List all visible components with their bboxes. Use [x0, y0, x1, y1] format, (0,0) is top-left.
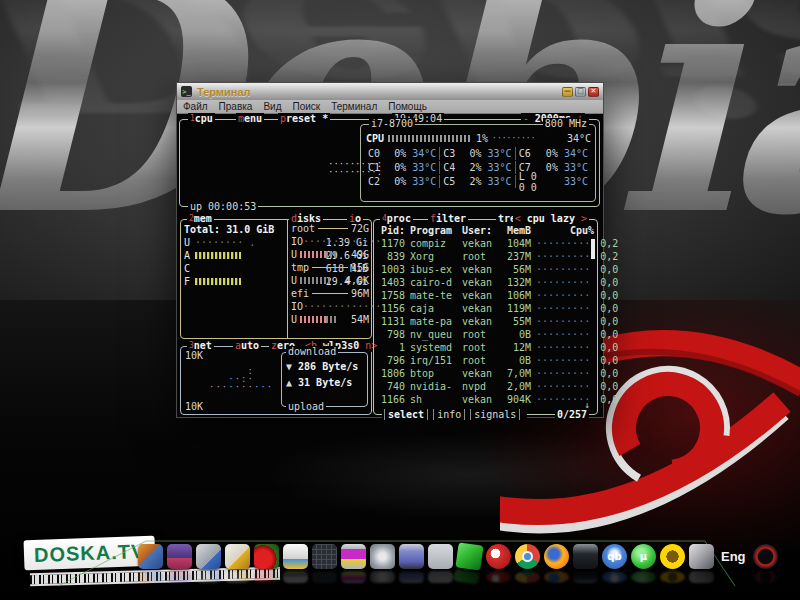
process-row[interactable]: 798nv_queuroot0B·········0,0: [374, 328, 597, 341]
process-user: vekan: [462, 290, 495, 301]
net-auto-toggle[interactable]: auto: [233, 340, 261, 352]
menu-item-4[interactable]: Терминал: [331, 101, 377, 112]
process-mem: 132M: [500, 277, 531, 288]
filter-button[interactable]: filter: [428, 213, 468, 225]
disk-rule: [318, 228, 348, 229]
volume-speaker-icon[interactable]: [689, 544, 714, 569]
cpu-tab[interactable]: 1cpu: [188, 113, 215, 125]
red-bird-browser-icon[interactable]: [486, 544, 511, 569]
preset-button[interactable]: preset *: [278, 113, 330, 125]
process-pid: 1003: [377, 264, 405, 275]
process-user: vekan: [462, 264, 495, 275]
disk-name-row: tmp15G: [288, 261, 372, 274]
emerald-gem-icon[interactable]: [455, 542, 483, 570]
core-temp: 33°C: [412, 176, 436, 187]
process-row[interactable]: 1758mate-tevekan106M·········0,0: [374, 289, 597, 302]
cpu-frequency: 800 MHz: [543, 118, 589, 130]
safe-vault-icon[interactable]: [370, 544, 395, 569]
display-settings-icon[interactable]: [341, 544, 366, 569]
chrome-browser-icon[interactable]: [515, 544, 540, 569]
session-ring-icon[interactable]: [753, 544, 778, 569]
maximize-button[interactable]: □: [575, 87, 586, 97]
core-temp: 33°C: [412, 162, 436, 173]
disks-column: root72GIO ··············U49Gtmp15GU4,0Ke…: [287, 220, 372, 338]
menu-item-1[interactable]: Правка: [219, 101, 253, 112]
library-books-icon[interactable]: [138, 544, 163, 569]
cleaner-brush-icon[interactable]: [225, 544, 250, 569]
window-menubar: ФайлПравкаВидПоискТерминалПомощь: [177, 100, 603, 114]
process-user: vekan: [462, 303, 495, 314]
disk-used-label: U: [291, 314, 297, 325]
firefox-browser-icon[interactable]: [544, 544, 569, 569]
process-row[interactable]: 1156cajavekan119M·········0,0: [374, 302, 597, 315]
qbittorrent-icon[interactable]: qb: [602, 544, 627, 569]
process-row[interactable]: 1806btopvekan7,0M·········0,0: [374, 367, 597, 380]
browser-folder-icon[interactable]: [283, 544, 308, 569]
system-monitor-icon[interactable]: [399, 544, 424, 569]
language-indicator[interactable]: Eng: [721, 549, 746, 564]
core-name: C0: [368, 148, 394, 159]
process-pid: 1806: [377, 368, 405, 379]
calculator-icon[interactable]: [312, 544, 337, 569]
process-graph-dots: ·········: [536, 381, 590, 392]
process-row[interactable]: 1003ibus-exvekan56M·········0,0: [374, 263, 597, 276]
process-cpu: 0,0: [595, 277, 618, 288]
terminal-window: >_ Терминал — □ ✕ ФайлПравкаВидПоискТерм…: [176, 82, 604, 418]
mem-row-key: U: [184, 237, 195, 248]
menu-item-2[interactable]: Вид: [263, 101, 281, 112]
process-mem: 7,0M: [500, 368, 531, 379]
disk-name: root: [291, 223, 315, 234]
core-temp: 33°C: [488, 148, 512, 159]
disk-used-value: 54M: [351, 314, 369, 325]
info-button[interactable]: info: [433, 409, 465, 420]
process-row[interactable]: 1170compizvekan104M·········0,2: [374, 237, 597, 250]
menu-item-3[interactable]: Поиск: [292, 101, 320, 112]
cpu-detail-box: i7-8700 800 MHz CPU 1% ········· 34°C C0…: [360, 124, 596, 202]
control-panel-icon[interactable]: [428, 544, 453, 569]
package-shield-icon[interactable]: [196, 544, 221, 569]
watermark-sticker: DOSKA.TV: [24, 536, 156, 571]
core-cell: C20%33°C: [365, 175, 440, 188]
mem-tab[interactable]: 2mem: [187, 213, 214, 225]
menu-item-5[interactable]: Помощь: [388, 101, 427, 112]
disk-name: efi: [291, 288, 309, 299]
proc-box: 4proc filter tree < cpu lazy > Pid: Prog…: [373, 219, 598, 415]
sort-selector[interactable]: < cpu lazy >: [513, 213, 589, 225]
disk-io-row: IO ··············: [288, 235, 372, 248]
proc-scrollbar-thumb[interactable]: [591, 239, 595, 259]
cpu-model: i7-8700: [369, 118, 415, 130]
cherries-icon[interactable]: [254, 544, 279, 569]
process-pid: 796: [377, 355, 405, 366]
sunflower-app-icon[interactable]: [660, 544, 685, 569]
process-program: mate-te: [410, 290, 457, 301]
process-row[interactable]: 1systemdroot12M·········0,0: [374, 341, 597, 354]
process-row[interactable]: 1131mate-pavekan55M·········0,0: [374, 315, 597, 328]
process-row[interactable]: 1403cairo-dvekan132M·········0,0: [374, 276, 597, 289]
proc-tab[interactable]: 4proc: [380, 213, 413, 225]
core-temp: 34°C: [412, 148, 436, 159]
signals-button[interactable]: signals: [470, 409, 520, 420]
close-button[interactable]: ✕: [588, 87, 599, 97]
process-row[interactable]: 796irq/151root0B·········0,0: [374, 354, 597, 367]
mem-meter-dots: ········ .: [195, 237, 255, 248]
media-device-icon[interactable]: [573, 544, 598, 569]
process-pid: 1131: [377, 316, 405, 327]
core-name: C1: [368, 162, 394, 173]
disk-used-value: 4,0K: [345, 275, 369, 286]
process-program: caja: [410, 303, 457, 314]
process-row[interactable]: 1166shvekan904K·········0,0: [374, 393, 597, 406]
process-row[interactable]: 740nvidia-nvpd2,0M·········0,0: [374, 380, 597, 393]
minimize-button[interactable]: —: [562, 87, 573, 97]
select-button[interactable]: select: [384, 409, 428, 420]
mem-box: 2mem disks io Total: 31.0 GiB U········ …: [180, 219, 372, 339]
menu-button[interactable]: menu: [236, 113, 264, 125]
menu-item-0[interactable]: Файл: [183, 101, 208, 112]
process-program: sh: [410, 394, 457, 405]
winrar-archiver-icon[interactable]: [167, 544, 192, 569]
process-program: systemd: [410, 342, 457, 353]
process-graph-dots: ·········: [536, 238, 590, 249]
window-titlebar[interactable]: >_ Терминал — □ ✕: [177, 83, 603, 100]
process-mem: 904K: [500, 394, 531, 405]
process-row[interactable]: 839Xorgroot237M·········0,2: [374, 250, 597, 263]
utorrent-icon[interactable]: µ: [631, 544, 656, 569]
